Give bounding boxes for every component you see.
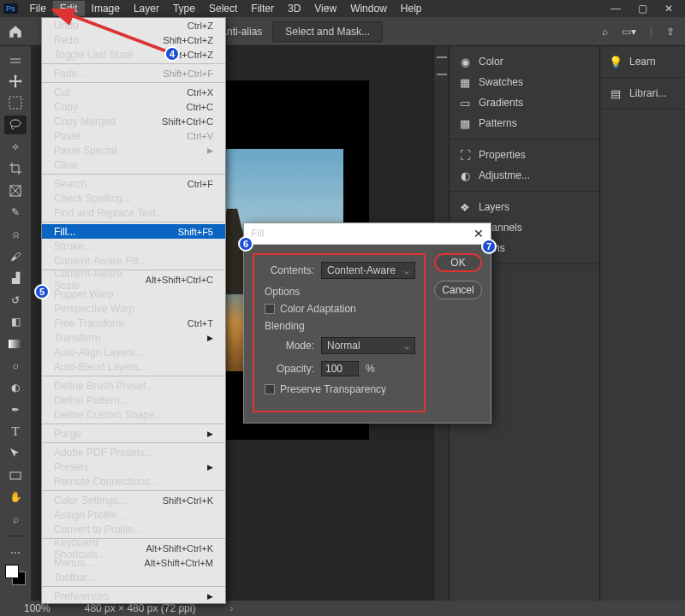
- ok-button[interactable]: OK: [434, 253, 482, 272]
- menu-view[interactable]: View: [307, 1, 343, 16]
- preserve-transparency-checkbox[interactable]: Preserve Transparency: [265, 383, 415, 395]
- panel-patterns[interactable]: ▩Patterns: [450, 113, 599, 133]
- menu-help[interactable]: Help: [394, 1, 429, 16]
- menu-item-toggle-last-state[interactable]: Toggle Last Statet+Ctrl+Z: [42, 47, 225, 62]
- menu-item-fill[interactable]: Fill...Shift+F5: [42, 224, 225, 239]
- menu-item-adobe-pdf-presets[interactable]: Adobe PDF Presets...: [42, 445, 225, 459]
- svg-point-1: [10, 120, 21, 127]
- menu-item-copy-merged[interactable]: Copy MergedShift+Ctrl+C: [42, 114, 225, 128]
- contents-select[interactable]: Content-Aware: [321, 262, 415, 279]
- eraser-tool[interactable]: ◧: [4, 313, 27, 332]
- healing-brush-tool[interactable]: ⍾: [4, 225, 27, 244]
- menu-window[interactable]: Window: [343, 1, 394, 16]
- panel-layers[interactable]: ❖Layers: [450, 197, 599, 217]
- dialog-titlebar[interactable]: Fill ✕: [244, 223, 491, 245]
- menu-item-cut[interactable]: CutCtrl+X: [42, 85, 225, 99]
- menu-type[interactable]: Type: [166, 1, 202, 16]
- fill-dialog-form: Contents: Content-Aware Options Color Ad…: [253, 253, 426, 412]
- type-tool[interactable]: T: [4, 423, 27, 441]
- blending-section-label: Blending: [265, 320, 415, 332]
- panel-properties[interactable]: ⛶Properties: [450, 145, 599, 165]
- menu-item-define-brush-preset[interactable]: Define Brush Preset...: [42, 378, 225, 393]
- hand-tool[interactable]: ✋: [4, 489, 27, 507]
- menu-filter[interactable]: Filter: [244, 1, 281, 16]
- menu-edit[interactable]: Edit: [53, 1, 85, 16]
- cancel-button[interactable]: Cancel: [434, 281, 482, 299]
- dodge-tool[interactable]: ◐: [4, 379, 27, 398]
- path-select-tool[interactable]: [4, 444, 27, 463]
- menu-item-color-settings[interactable]: Color Settings...Shift+Ctrl+K: [42, 493, 225, 507]
- magic-wand-tool[interactable]: ✧: [4, 138, 27, 157]
- color-adaptation-checkbox[interactable]: Color Adaptation: [265, 303, 415, 315]
- menu-item-undo[interactable]: UndoCtrl+Z: [42, 18, 225, 33]
- marquee-tool[interactable]: [4, 94, 27, 113]
- panel-libraries[interactable]: ▤Librari...: [600, 83, 685, 104]
- opacity-input[interactable]: 100: [321, 361, 359, 376]
- menu-item-find-and-replace-text[interactable]: Find and Replace Text...: [42, 205, 225, 220]
- swatches-icon: ▦: [458, 75, 472, 89]
- panel-color[interactable]: ◉Color: [450, 51, 599, 72]
- blur-tool[interactable]: ○: [4, 357, 27, 376]
- minimize-icon[interactable]: —: [611, 3, 621, 15]
- gradient-tool[interactable]: [4, 335, 27, 353]
- zoom-level[interactable]: 100%: [24, 602, 51, 614]
- home-icon[interactable]: [7, 24, 24, 39]
- close-icon[interactable]: ✕: [664, 3, 673, 15]
- menu-item-assign-profile[interactable]: Assign Profile...: [42, 507, 225, 522]
- menu-item-purge[interactable]: Purge▶: [42, 426, 225, 441]
- menu-item-perspective-warp[interactable]: Perspective Warp: [42, 301, 225, 316]
- menu-item-copy[interactable]: CopyCtrl+C: [42, 99, 225, 114]
- fg-bg-swatches[interactable]: [5, 565, 26, 585]
- pen-tool[interactable]: ✒: [4, 400, 27, 419]
- menu-item-check-spelling[interactable]: Check Spelling...: [42, 191, 225, 205]
- panel-learn[interactable]: 💡Learn: [600, 51, 685, 72]
- layout-icon[interactable]: ▭▾: [622, 26, 636, 38]
- menu-item-clear[interactable]: Clear: [42, 157, 225, 172]
- menu-select[interactable]: Select: [202, 1, 244, 16]
- brush-tool[interactable]: 🖌: [4, 247, 27, 266]
- clone-stamp-tool[interactable]: ▟: [4, 269, 27, 287]
- select-and-mask-button[interactable]: Select and Mask...: [272, 21, 383, 42]
- eyedropper-tool[interactable]: ✎: [4, 204, 27, 222]
- mode-select[interactable]: Normal: [321, 337, 415, 354]
- menu-item-redo[interactable]: RedoShift+Ctrl+Z: [42, 33, 225, 47]
- menu-item-convert-to-profile[interactable]: Convert to Profile...: [42, 522, 225, 536]
- menu-item-stroke[interactable]: Stroke...: [42, 239, 225, 253]
- menu-item-preferences[interactable]: Preferences▶: [42, 589, 225, 603]
- share-icon[interactable]: ⇪: [666, 26, 675, 38]
- menu-item-toolbar[interactable]: Toolbar...: [42, 570, 225, 584]
- crop-tool[interactable]: [4, 159, 27, 178]
- panel-adjustments[interactable]: ◐Adjustme...: [450, 165, 599, 186]
- history-brush-tool[interactable]: ↺: [4, 291, 27, 310]
- menu-item-remote-connections[interactable]: Remote Connections...: [42, 474, 225, 489]
- panel-swatches[interactable]: ▦Swatches: [450, 72, 599, 92]
- svg-rect-6: [10, 472, 21, 479]
- menu-file[interactable]: File: [23, 1, 53, 16]
- menu-layer[interactable]: Layer: [127, 1, 166, 16]
- menu-item-free-transform[interactable]: Free TransformCtrl+T: [42, 316, 225, 330]
- search-icon[interactable]: ⌕: [602, 26, 608, 38]
- menu-item-define-pattern[interactable]: Define Pattern...: [42, 393, 225, 407]
- menu-image[interactable]: Image: [85, 1, 127, 16]
- maximize-icon[interactable]: ▢: [638, 3, 647, 15]
- frame-tool[interactable]: [4, 181, 27, 200]
- move-tool[interactable]: [4, 72, 27, 91]
- menu-item-transform[interactable]: Transform▶: [42, 330, 225, 345]
- options-section-label: Options: [265, 286, 415, 298]
- edit-toolbar-button[interactable]: ⋯: [4, 543, 27, 562]
- menu-item-presets[interactable]: Presets▶: [42, 459, 225, 474]
- menu-item-paste: PasteCtrl+V: [42, 128, 225, 143]
- lightbulb-icon: 💡: [609, 55, 622, 68]
- menu-item-search[interactable]: SearchCtrl+F: [42, 176, 225, 191]
- toolbar-grip-icon[interactable]: [10, 58, 21, 63]
- dialog-close-icon[interactable]: ✕: [474, 227, 484, 240]
- zoom-tool[interactable]: ⌕: [4, 510, 27, 529]
- fg-color-swatch[interactable]: [5, 565, 19, 578]
- menu-item-keyboard-shortcuts[interactable]: Keyboard Shortcuts...Alt+Shift+Ctrl+K: [42, 541, 225, 555]
- lasso-tool[interactable]: [4, 116, 27, 134]
- rectangle-tool[interactable]: [4, 466, 27, 485]
- menu-item-content-aware-scale[interactable]: Content-Aware ScaleAlt+Shift+Ctrl+C: [42, 272, 225, 287]
- panel-gradients[interactable]: ▭Gradients: [450, 92, 599, 113]
- menu-3d[interactable]: 3D: [281, 1, 307, 16]
- menu-item-content-aware-fill[interactable]: Content-Aware Fill...: [42, 253, 225, 268]
